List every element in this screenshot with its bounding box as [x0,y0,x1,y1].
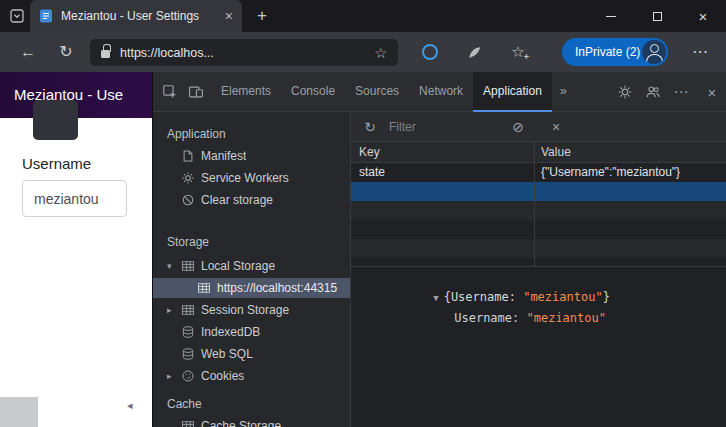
sidebar-section-storage: Storage [167,232,209,252]
column-header-value: Value [541,142,571,162]
sidebar-item-clear-storage[interactable]: Clear storage [153,190,351,210]
horizontal-scrollbar-thumb[interactable] [0,397,38,427]
window-close-button[interactable]: × [680,0,726,32]
column-resize-handle[interactable] [534,142,535,266]
tab-title: Meziantou - User Settings [61,9,219,23]
table-stripe [351,239,726,258]
caret-down-icon[interactable]: ▾ [167,261,181,271]
database-icon [181,347,201,361]
minimize-icon [606,16,616,17]
delete-selected-icon[interactable]: × [545,116,567,138]
sidebar-item-indexeddb[interactable]: IndexedDB [153,322,351,342]
favorite-star-icon[interactable]: ☆ [374,45,387,61]
sidebar-item-local-storage[interactable]: ▾ Local Storage [153,256,351,276]
cell-key: state [359,163,385,182]
more-tabs-icon[interactable]: » [552,72,575,112]
inprivate-badge[interactable]: InPrivate (2) [562,38,668,66]
storage-panel: ↻ ⊘ × Key Value state {"Username":"mezia… [351,112,726,427]
clear-icon [181,193,201,207]
username-input[interactable] [22,180,127,217]
table-row-state[interactable]: state {"Username":"meziantou"} [351,163,726,182]
star-glyph: ☆ [511,43,524,61]
property-value: "meziantou" [527,311,606,325]
settings-gear-icon[interactable] [614,81,636,103]
tab-console[interactable]: Console [281,72,345,112]
new-tab-button[interactable]: + [251,5,273,27]
browser-toolbar: ← ↻ https://localhos... ☆ ☆+ InPrivate (… [0,32,726,72]
table-icon [181,419,201,427]
back-icon[interactable]: ← [14,32,42,72]
maximize-button[interactable] [634,0,680,32]
sidebar-item-web-sql[interactable]: Web SQL [153,344,351,364]
table-icon [181,303,201,317]
extension-icon-1[interactable] [418,40,442,64]
username-label: Username [22,155,91,172]
devtools-tabs: Elements Console Sources Network Applica… [211,72,575,112]
preview-property-line: Username: "meziantou" [382,297,606,339]
refresh-items-icon[interactable]: ↻ [359,116,381,138]
caret-right-icon[interactable]: ▸ [167,371,181,381]
menu-toggle-button[interactable] [33,100,78,140]
inprivate-label: InPrivate (2) [575,45,640,59]
clear-all-icon[interactable]: ⊘ [507,116,529,138]
devtools-panel: Elements Console Sources Network Applica… [152,72,726,427]
url-text: https://localhos... [120,46,368,60]
profile-avatar[interactable] [642,40,666,64]
sidebar-item-cache-storage[interactable]: Cache Storage [153,416,351,427]
filter-input[interactable] [389,116,501,138]
gear-icon [181,171,201,185]
cell-value: {"Username":"meziantou"} [541,163,680,182]
devtools-close-icon[interactable]: × [701,81,723,103]
sidebar-item-service-workers[interactable]: Service Workers [153,168,351,188]
table-icon [197,281,217,295]
inspect-element-icon[interactable] [159,81,181,103]
devtools-tabbar: Elements Console Sources Network Applica… [153,72,726,112]
minimize-button[interactable] [588,0,634,32]
cookie-icon [181,369,201,383]
database-icon [181,325,201,339]
scrollbar-arrow-icon[interactable]: ◂ [127,399,133,412]
tab-sources[interactable]: Sources [345,72,409,112]
tab-close-icon[interactable]: × [225,9,233,23]
maximize-icon [653,12,662,21]
table-icon [181,259,201,273]
property-colon: : [512,311,526,325]
sidebar-section-cache: Cache [167,394,202,414]
browser-window: Meziantou - User Settings × + × ← ↻ http… [0,0,726,427]
address-bar[interactable]: https://localhos... ☆ [90,39,398,66]
devtools-menu-icon[interactable]: ⋯ [670,81,692,103]
sidebar-item-session-storage[interactable]: ▸ Session Storage [153,300,351,320]
document-icon [181,149,201,163]
sidebar-item-localhost-origin[interactable]: https://localhost:44315 [153,278,351,298]
sidebar-item-manifest[interactable]: Manifest [153,146,351,166]
table-header: Key Value [351,142,726,163]
tab-favicon [39,9,53,23]
favorites-icon[interactable]: ☆+ [506,40,530,64]
column-header-key: Key [359,142,380,162]
value-preview-pane: ▼{Username: "meziantou"} Username: "mezi… [351,266,726,427]
storage-toolbar: ↻ ⊘ × [351,112,726,142]
tab-application[interactable]: Application [473,72,552,112]
table-row-selected-empty[interactable] [351,182,726,201]
tab-actions-icon[interactable] [9,8,25,24]
sidebar-section-application: Application [167,124,226,144]
sidebar-item-cookies[interactable]: ▸ Cookies [153,366,351,386]
tab-elements[interactable]: Elements [211,72,281,112]
extension-icon-2[interactable] [462,40,486,64]
tab-network[interactable]: Network [409,72,473,112]
browser-tab[interactable]: Meziantou - User Settings × [30,0,242,32]
titlebar: Meziantou - User Settings × + × [0,0,726,32]
lock-icon [101,47,110,59]
device-toolbar-icon[interactable] [185,81,207,103]
refresh-icon[interactable]: ↻ [52,32,80,72]
application-sidebar: Application Manifest Service Workers [153,112,351,427]
caret-right-icon[interactable]: ▸ [167,305,181,315]
people-icon[interactable] [642,81,664,103]
property-name: Username [454,311,512,325]
plus-glyph: + [524,52,529,62]
table-stripe [351,201,726,220]
browser-menu-icon[interactable]: ⋯ [686,32,714,72]
page-content: Meziantou - Use Username ◂ [0,72,152,427]
